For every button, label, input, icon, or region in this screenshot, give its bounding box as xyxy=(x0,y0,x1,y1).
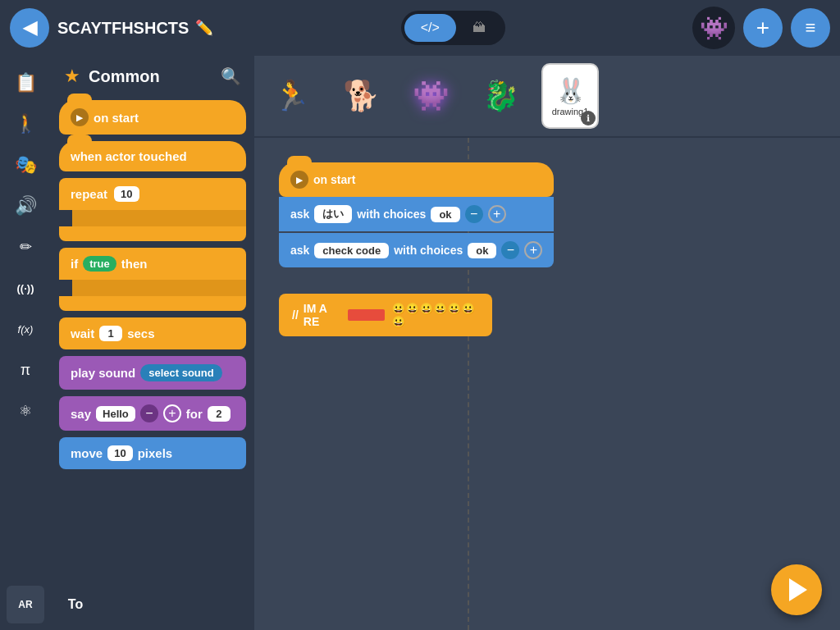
canvas-ask2-plus[interactable]: + xyxy=(524,241,542,259)
blocks-panel-title: Common xyxy=(89,67,212,86)
canvas-ask1-plus[interactable]: + xyxy=(488,205,506,223)
sprite-alien[interactable]: 👾 xyxy=(402,63,459,129)
blocks-panel: ★ Common 🔍 ▶ on start when actor touched… xyxy=(51,56,254,630)
canvas-play-icon: ▶ xyxy=(290,171,308,189)
block-say-input1[interactable]: Hello xyxy=(96,406,135,422)
block-say-minus-button[interactable]: − xyxy=(140,404,158,422)
code-toggle-group: </> 🏔 xyxy=(401,11,505,45)
sprite-stick-emoji: 🏃 xyxy=(273,79,310,113)
block-when-actor-touched-label: when actor touched xyxy=(71,149,187,163)
block-if-condition[interactable]: true xyxy=(83,256,116,272)
blocks-list: ▶ on start when actor touched repeat 10 … xyxy=(51,97,254,479)
sidebar-pi-button[interactable]: π xyxy=(7,351,44,389)
sprite-drawing1[interactable]: 🐰 drawing1 ℹ xyxy=(541,63,599,129)
to-label: To xyxy=(51,579,100,630)
canvas-ask2-label: ask xyxy=(290,244,309,257)
canvas-ask2-label2: with choices xyxy=(394,244,463,257)
sprite-strip: 🏃 🐕 👾 🐉 🐰 drawing1 ℹ xyxy=(254,56,840,138)
add-button[interactable]: + xyxy=(743,8,783,48)
sidebar-scenes-button[interactable]: 📋 xyxy=(7,64,44,102)
block-when-actor-touched[interactable]: when actor touched xyxy=(59,141,246,171)
canvas-ask-2[interactable]: ask check code with choices ok − + xyxy=(279,233,554,267)
avatar: 👾 xyxy=(692,7,735,49)
comment-prefix: // xyxy=(292,308,299,322)
sidebar-ar-button[interactable]: AR xyxy=(7,586,44,623)
canvas-on-start[interactable]: ▶ on start xyxy=(279,162,554,197)
block-wait-label2: secs xyxy=(127,326,154,340)
sidebar-props-button[interactable]: 🎭 xyxy=(7,146,44,184)
block-say[interactable]: say Hello − + for 2 xyxy=(59,396,246,431)
star-icon: ★ xyxy=(64,66,80,87)
comment-block[interactable]: // IM A RE 😀😀😀😀😀😀😀 xyxy=(279,294,492,336)
block-on-start-label: on start xyxy=(94,111,139,125)
block-wait-label1: wait xyxy=(71,326,94,340)
back-button[interactable]: ◀ xyxy=(10,8,49,48)
block-wait[interactable]: wait 1 secs xyxy=(59,317,246,349)
block-if-label: if xyxy=(71,257,78,271)
canvas-ask1-input2[interactable]: ok xyxy=(431,207,459,222)
play-fab-button[interactable] xyxy=(771,564,822,615)
sidebar-sounds-button[interactable]: 🔊 xyxy=(7,187,44,225)
to-label-text: To xyxy=(68,597,83,612)
sprite-dog-emoji: 🐕 xyxy=(343,79,380,113)
block-repeat-label: repeat xyxy=(71,187,107,201)
block-play-sound-input[interactable]: select sound xyxy=(140,364,221,381)
canvas-ask2-minus[interactable]: − xyxy=(501,241,519,259)
script-group-1: ▶ on start ask はい with choices ok − + as… xyxy=(279,162,554,267)
project-title-area: SCAYTFHSHCTS ✏️ xyxy=(57,19,213,38)
block-if-then[interactable]: if true then xyxy=(59,248,246,311)
sidebar-broadcast-button[interactable]: ((·)) xyxy=(7,269,44,307)
header: ◀ SCAYTFHSHCTS ✏️ </> 🏔 👾 + ≡ xyxy=(0,0,840,56)
comment-text: IM A RE xyxy=(304,302,342,328)
block-wait-input[interactable]: 1 xyxy=(99,326,122,341)
block-then-label: then xyxy=(121,257,148,271)
block-say-input2[interactable]: 2 xyxy=(208,406,231,422)
header-right: 👾 + ≡ xyxy=(692,7,830,49)
canvas-ask2-input1[interactable]: check code xyxy=(314,243,389,258)
blocks-search-button[interactable]: 🔍 xyxy=(221,66,241,86)
block-move[interactable]: move 10 pixels xyxy=(59,437,246,469)
sidebar-draw-button[interactable]: ✏ xyxy=(7,228,44,266)
sidebar-physics-button[interactable]: ⚛ xyxy=(7,392,44,430)
block-play-sound[interactable]: play sound select sound xyxy=(59,356,246,390)
sidebar-icons: 📋 🚶 🎭 🔊 ✏ ((·)) f(x) π ⚛ AR xyxy=(0,56,51,630)
block-repeat[interactable]: repeat 10 xyxy=(59,178,246,241)
block-on-start[interactable]: ▶ on start xyxy=(59,100,246,135)
sidebar-math-button[interactable]: f(x) xyxy=(7,310,44,348)
block-say-plus-button[interactable]: + xyxy=(163,404,181,422)
sprite-dragon[interactable]: 🐉 xyxy=(472,63,529,129)
block-move-label1: move xyxy=(71,446,103,460)
canvas-area: ▶ on start ask はい with choices ok − + as… xyxy=(254,138,840,630)
canvas-ask1-label: ask xyxy=(290,208,309,221)
sprite-stick[interactable]: 🏃 xyxy=(262,63,320,129)
canvas-on-start-label: on start xyxy=(313,173,355,186)
block-move-input[interactable]: 10 xyxy=(107,445,132,461)
block-say-label2: for xyxy=(186,407,203,421)
project-title-text: SCAYTFHSHCTS xyxy=(57,19,189,38)
canvas-ask2-input2[interactable]: ok xyxy=(468,243,496,258)
sprite-info-button[interactable]: ℹ xyxy=(581,111,596,126)
menu-button[interactable]: ≡ xyxy=(791,8,830,48)
sidebar-actors-button[interactable]: 🚶 xyxy=(7,105,44,143)
censor-bar xyxy=(348,309,385,321)
comment-block-area[interactable]: // IM A RE 😀😀😀😀😀😀😀 xyxy=(279,294,492,336)
play-icon: ▶ xyxy=(71,108,89,126)
block-say-label1: say xyxy=(71,407,91,421)
canvas-ask1-label2: with choices xyxy=(357,208,426,221)
comment-emojis: 😀😀😀😀😀😀😀 xyxy=(391,302,479,328)
sprite-dog[interactable]: 🐕 xyxy=(332,63,390,129)
scene-view-button[interactable]: 🏔 xyxy=(456,14,502,42)
view-toggle: </> 🏔 xyxy=(221,11,684,45)
canvas-ask-1[interactable]: ask はい with choices ok − + xyxy=(279,197,554,231)
edit-icon[interactable]: ✏️ xyxy=(195,19,213,37)
block-move-label2: pixels xyxy=(138,446,173,460)
blocks-header: ★ Common 🔍 xyxy=(51,56,254,97)
canvas-ask1-input1[interactable]: はい xyxy=(314,205,352,223)
block-play-sound-label: play sound xyxy=(71,366,135,380)
code-view-button[interactable]: </> xyxy=(404,14,456,42)
play-triangle-icon xyxy=(789,578,807,601)
canvas-ask1-minus[interactable]: − xyxy=(465,205,483,223)
block-repeat-input[interactable]: 10 xyxy=(114,186,139,202)
